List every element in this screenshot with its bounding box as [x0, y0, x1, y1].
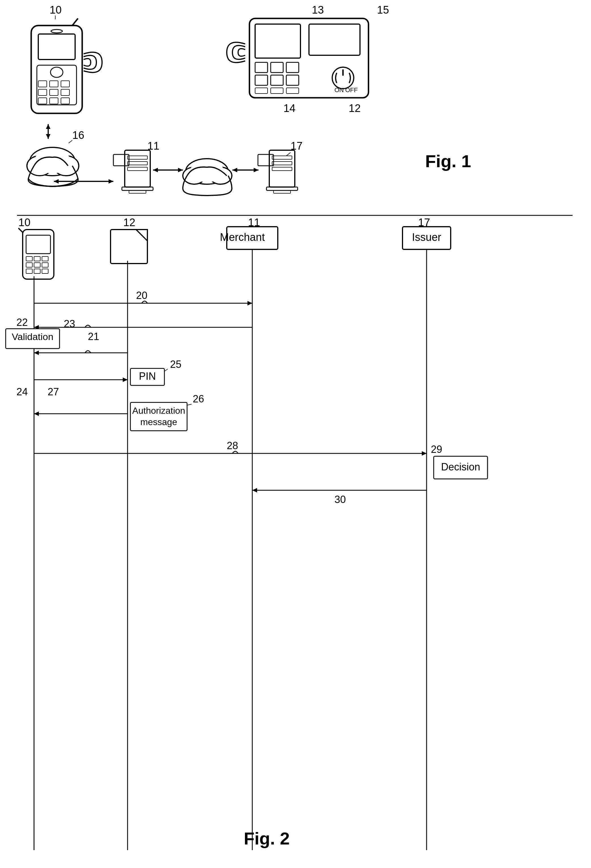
label-17-fig2: 17: [418, 217, 430, 229]
svg-rect-71: [26, 257, 32, 261]
svg-rect-4: [37, 65, 77, 105]
svg-rect-56: [272, 161, 292, 165]
svg-rect-7: [50, 81, 58, 87]
svg-line-70: [18, 228, 23, 232]
svg-marker-38: [46, 134, 50, 139]
label-24: 24: [16, 386, 28, 398]
svg-marker-37: [46, 124, 50, 129]
svg-rect-77: [26, 269, 32, 273]
svg-rect-9: [38, 89, 47, 96]
svg-line-35: [69, 140, 72, 143]
label-20: 20: [136, 289, 148, 301]
label-15: 15: [377, 4, 389, 16]
validation-label: Validation: [12, 331, 53, 342]
svg-rect-2: [38, 34, 75, 59]
svg-rect-55: [272, 156, 292, 159]
svg-rect-6: [38, 81, 47, 87]
issuer-box-label: Issuer: [412, 231, 441, 243]
label-16: 16: [72, 129, 84, 141]
label-30: 30: [334, 494, 346, 505]
svg-marker-94: [34, 351, 39, 355]
svg-marker-102: [34, 412, 39, 416]
svg-line-98: [164, 369, 168, 371]
label-29: 29: [431, 443, 442, 455]
svg-marker-104: [422, 451, 427, 456]
svg-rect-26: [271, 88, 283, 93]
svg-rect-54: [258, 155, 273, 166]
label-26: 26: [193, 393, 204, 404]
label-10-top: 10: [50, 4, 62, 16]
svg-marker-81: [136, 230, 148, 241]
svg-rect-75: [34, 263, 40, 267]
label-14: 14: [284, 102, 296, 114]
svg-marker-66: [54, 179, 59, 184]
svg-rect-74: [26, 263, 32, 267]
svg-text:OFF: OFF: [345, 86, 358, 93]
svg-rect-20: [271, 62, 283, 72]
decision-label: Decision: [441, 461, 480, 473]
svg-rect-57: [272, 167, 292, 171]
svg-rect-42: [127, 161, 148, 165]
pin-label: PIN: [139, 371, 156, 382]
svg-rect-8: [61, 81, 69, 87]
svg-rect-76: [42, 263, 48, 267]
label-11-fig2: 11: [248, 217, 260, 229]
svg-marker-62: [254, 168, 259, 172]
label-23: 23: [64, 318, 75, 329]
svg-rect-24: [286, 75, 299, 85]
label-10-fig2: 10: [18, 217, 30, 229]
fig1-title: Fig. 1: [425, 151, 471, 171]
label-17-top: 17: [291, 140, 303, 152]
svg-line-100: [187, 404, 192, 405]
svg-marker-51: [178, 168, 183, 172]
svg-rect-11: [61, 89, 69, 96]
svg-rect-41: [127, 156, 148, 159]
auth-message-label-line2: message: [140, 417, 177, 427]
fig2-title: Fig. 2: [244, 829, 290, 848]
auth-message-label-line1: Authorization: [132, 406, 185, 416]
label-22: 22: [16, 317, 28, 328]
svg-rect-43: [127, 167, 148, 171]
svg-point-49: [190, 161, 224, 182]
svg-rect-12: [38, 98, 47, 104]
svg-rect-18: [309, 24, 360, 55]
label-11: 11: [148, 140, 159, 152]
svg-rect-72: [34, 257, 40, 261]
svg-rect-21: [286, 62, 299, 72]
svg-rect-78: [34, 269, 40, 273]
label-21: 21: [88, 331, 99, 342]
svg-text:ON: ON: [334, 86, 344, 93]
label-27: 27: [47, 386, 59, 398]
svg-rect-14: [61, 98, 69, 104]
svg-marker-52: [153, 168, 158, 172]
svg-marker-89: [247, 301, 252, 306]
svg-marker-96: [123, 378, 127, 382]
label-13: 13: [312, 4, 324, 16]
svg-rect-17: [255, 24, 300, 58]
svg-marker-107: [252, 488, 257, 493]
svg-rect-40: [114, 155, 129, 166]
svg-rect-69: [26, 235, 50, 254]
svg-marker-65: [109, 179, 114, 184]
svg-rect-25: [255, 88, 267, 93]
label-28: 28: [227, 440, 238, 452]
svg-rect-13: [50, 98, 58, 104]
label-25: 25: [170, 359, 182, 370]
svg-point-34: [34, 150, 71, 173]
svg-point-3: [51, 30, 62, 33]
label-12-top: 12: [349, 102, 361, 114]
svg-rect-68: [23, 230, 54, 279]
svg-rect-19: [255, 62, 267, 72]
label-12-fig2: 12: [123, 217, 135, 229]
svg-rect-73: [42, 257, 48, 261]
svg-rect-23: [271, 75, 283, 85]
svg-rect-22: [255, 75, 267, 85]
svg-rect-10: [50, 89, 58, 96]
svg-rect-27: [286, 88, 299, 93]
svg-line-60: [286, 152, 291, 156]
svg-marker-63: [232, 168, 237, 172]
svg-point-5: [50, 67, 63, 77]
svg-rect-79: [42, 269, 48, 273]
svg-line-1: [72, 18, 78, 25]
merchant-box-label: Merchant: [220, 231, 265, 243]
